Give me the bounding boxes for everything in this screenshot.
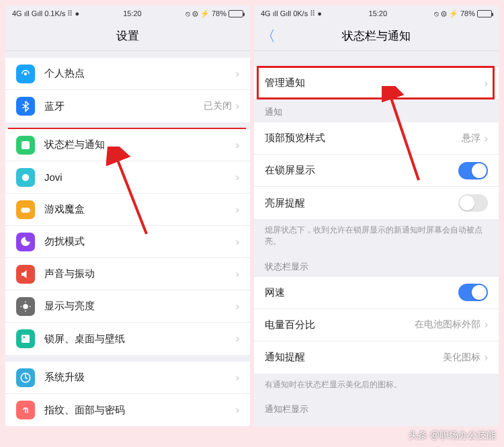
toggle-switch[interactable] — [458, 194, 488, 212]
header: 设置 — [5, 22, 250, 51]
svg-rect-3 — [21, 208, 30, 213]
phone-settings: 4G ıll Gıll 0.1K/s ⠿ ● 15:20 ⦸ ⚙ ⚡ 78% 设… — [5, 5, 250, 426]
chevron-right-icon: › — [236, 372, 239, 384]
chevron-right-icon: › — [236, 300, 239, 313]
row-value: 在电池图标外部 — [415, 319, 480, 331]
section-footer: 有通知时在状态栏显示美化后的图标。 — [254, 374, 499, 397]
row-value: 已关闭 — [204, 100, 232, 112]
phone-notifications: 4G ıll Gıll 0K/s ⠿ ● 15:20 ⦸ ⚙ ⚡ 78% 〈 状… — [254, 5, 499, 426]
status-bar: 4G ıll Gıll 0.1K/s ⠿ ● 15:20 ⦸ ⚙ ⚡ 78% — [5, 5, 250, 22]
row-label: 顶部预览样式 — [265, 132, 462, 145]
jovi-icon — [16, 168, 35, 187]
chevron-right-icon: › — [236, 236, 239, 248]
row-label: 电量百分比 — [265, 319, 415, 331]
svg-point-2 — [22, 173, 30, 181]
section-footer: 熄屏状态下，收到允许在锁屏显示的新通知时屏幕会自动被点亮。 — [254, 219, 499, 254]
settings-row[interactable]: 亮屏提醒 — [254, 187, 499, 219]
chevron-right-icon: › — [485, 77, 488, 89]
statusbar-icon — [16, 136, 35, 155]
hotspot-icon — [16, 65, 35, 83]
page-title: 状态栏与通知 — [342, 28, 411, 44]
dnd-icon — [16, 233, 35, 251]
chevron-right-icon: › — [236, 139, 239, 151]
svg-rect-5 — [22, 335, 30, 343]
update-icon — [16, 368, 35, 387]
back-button[interactable]: 〈 — [261, 29, 276, 44]
wallpaper-icon — [16, 329, 35, 348]
settings-row[interactable]: 蓝牙已关闭› — [5, 90, 250, 122]
chevron-right-icon: › — [236, 404, 239, 416]
settings-row[interactable]: 在锁屏显示 — [254, 155, 499, 187]
svg-point-4 — [23, 304, 28, 309]
display-icon — [16, 297, 35, 316]
chevron-right-icon: › — [236, 204, 239, 216]
row-label: Jovi — [44, 171, 236, 183]
row-label: 指纹、面部与密码 — [44, 404, 236, 417]
row-label: 系统升级 — [44, 371, 236, 384]
settings-row[interactable]: 状态栏与通知› — [5, 129, 250, 161]
biometric-icon — [16, 401, 35, 419]
settings-row[interactable]: 顶部预览样式悬浮› — [254, 122, 499, 155]
row-label: 网速 — [265, 286, 458, 299]
row-label: 管理通知 — [265, 77, 485, 89]
chevron-right-icon: › — [485, 132, 488, 145]
settings-row[interactable]: 电量百分比在电池图标外部› — [254, 309, 499, 341]
settings-row[interactable]: 游戏魔盒› — [5, 194, 250, 226]
row-label: 在锁屏显示 — [265, 164, 458, 177]
toggle-switch[interactable] — [458, 284, 488, 301]
settings-row[interactable]: 声音与振动› — [5, 258, 250, 290]
header: 〈 状态栏与通知 — [254, 22, 499, 51]
section-header-notifbar: 通知栏显示 — [254, 397, 499, 419]
chevron-right-icon: › — [485, 319, 488, 331]
section-header-statusbar: 状态栏显示 — [254, 254, 499, 277]
settings-row[interactable]: 通知提醒美化图标› — [254, 341, 499, 374]
settings-row[interactable]: 指纹、面部与密码› — [5, 394, 250, 426]
chevron-right-icon: › — [236, 68, 239, 80]
chevron-right-icon: › — [236, 100, 239, 112]
svg-rect-1 — [22, 141, 30, 149]
svg-point-0 — [24, 72, 28, 75]
settings-row[interactable]: 个人热点› — [5, 58, 250, 90]
toggle-switch[interactable] — [458, 162, 488, 179]
row-label: 状态栏与通知 — [44, 138, 236, 151]
row-label: 通知提醒 — [265, 351, 443, 364]
row-label: 锁屏、桌面与壁纸 — [44, 333, 236, 346]
settings-row[interactable]: 系统升级› — [5, 362, 250, 394]
gamebox-icon — [16, 200, 35, 219]
chevron-right-icon: › — [236, 333, 239, 345]
row-label: 声音与振动 — [44, 268, 236, 280]
row-label: 游戏魔盒 — [44, 203, 236, 216]
chevron-right-icon: › — [485, 352, 488, 364]
row-value: 美化图标 — [443, 352, 480, 364]
page-title: 设置 — [116, 28, 139, 44]
row-label: 蓝牙 — [44, 100, 204, 113]
settings-row[interactable]: 锁屏、桌面与壁纸› — [5, 323, 250, 355]
chevron-right-icon: › — [236, 268, 239, 280]
chevron-right-icon: › — [236, 171, 239, 184]
settings-row[interactable]: Jovi› — [5, 161, 250, 194]
bluetooth-icon — [16, 97, 35, 116]
row-manage-notifications[interactable]: 管理通知 › — [254, 67, 499, 99]
row-label: 个人热点 — [44, 67, 236, 80]
row-value: 悬浮 — [462, 132, 480, 145]
watermark: 头条 @职场办公技能 — [409, 430, 496, 442]
row-label: 显示与亮度 — [44, 300, 236, 313]
row-label: 亮屏提醒 — [265, 197, 458, 210]
row-label: 勿扰模式 — [44, 235, 236, 248]
svg-point-6 — [23, 336, 25, 338]
settings-row[interactable]: 显示与亮度› — [5, 290, 250, 323]
section-header-notifications: 通知 — [254, 99, 499, 122]
settings-row[interactable]: 网速 — [254, 277, 499, 309]
status-bar: 4G ıll Gıll 0K/s ⠿ ● 15:20 ⦸ ⚙ ⚡ 78% — [254, 5, 499, 22]
sound-icon — [16, 265, 35, 284]
settings-row[interactable]: 勿扰模式› — [5, 226, 250, 258]
